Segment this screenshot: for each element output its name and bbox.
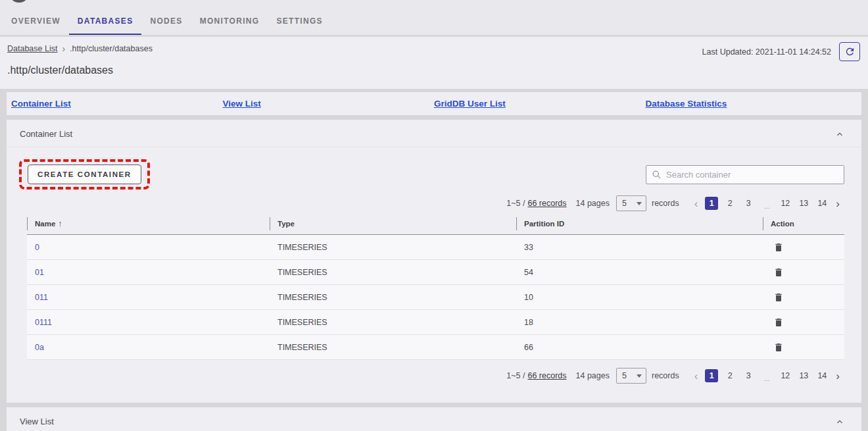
tab-nodes[interactable]: NODES (141, 10, 191, 35)
search-container-input[interactable] (666, 170, 838, 180)
view-list-panel: View List (7, 407, 861, 431)
partition-id-cell: 33 (516, 243, 763, 252)
chevron-up-icon (835, 417, 844, 426)
container-name-link[interactable]: 01 (35, 268, 44, 277)
pagination-bottom: 1~5 / 66 records 14 pages 5 records ‹ 1 … (27, 368, 844, 384)
container-name-link[interactable]: 0111 (35, 318, 52, 327)
container-type-cell: TIMESERIES (270, 243, 516, 252)
prev-page-icon[interactable]: ‹ (690, 370, 703, 382)
delete-container-button[interactable] (772, 265, 785, 280)
container-table: Name ↑ Type Partition ID Action 0 TIMESE… (27, 217, 844, 360)
delete-container-button[interactable] (772, 290, 785, 305)
page-number-13[interactable]: 13 (797, 197, 810, 210)
page-size-value: 5 (622, 199, 627, 208)
records-suffix-label: records (652, 199, 679, 208)
container-search-box (646, 165, 844, 184)
page-navigation: ‹ 1 2 3 ... 12 13 14 › (690, 369, 844, 382)
tab-databases[interactable]: DATABASES (69, 10, 142, 35)
page-title: .http/cluster/databases (7, 64, 861, 76)
breadcrumb-current: .http/cluster/databases (70, 44, 153, 53)
container-type-cell: TIMESERIES (270, 343, 516, 352)
container-list-panel-header: Container List (7, 120, 861, 147)
page-navigation: ‹ 1 2 3 ... 12 13 14 › (690, 197, 844, 210)
top-bar: OVERVIEW DATABASES NODES MONITORING SETT… (0, 0, 868, 37)
trash-icon (773, 266, 784, 278)
column-header-name[interactable]: Name ↑ (27, 217, 270, 230)
page-size-select[interactable]: 5 (616, 368, 646, 384)
pagination-top: 1~5 / 66 records 14 pages 5 records ‹ 1 … (27, 195, 844, 211)
delete-container-button[interactable] (772, 240, 785, 255)
page-ellipsis: ... (760, 197, 773, 210)
tab-overview[interactable]: OVERVIEW (3, 10, 69, 35)
chevron-up-icon (835, 130, 844, 139)
records-count-link[interactable]: 66 records (527, 371, 566, 380)
container-name-link[interactable]: 011 (35, 293, 48, 302)
link-container-list[interactable]: Container List (11, 99, 223, 109)
container-list-collapse-button[interactable] (831, 130, 848, 139)
sort-ascending-icon: ↑ (58, 219, 62, 228)
container-list-panel: Container List CREATE CONTAINER 1~5 / 66… (7, 120, 861, 403)
trash-icon (773, 241, 784, 253)
container-list-panel-title: Container List (20, 129, 72, 139)
page-number-3[interactable]: 3 (742, 197, 755, 210)
annotation-highlight-box: CREATE CONTAINER (19, 159, 150, 190)
record-range-text: 1~5 / (506, 199, 525, 208)
caret-down-icon (637, 202, 642, 205)
table-row: 01 TIMESERIES 54 (27, 260, 844, 285)
container-type-cell: TIMESERIES (270, 268, 516, 277)
prev-page-icon[interactable]: ‹ (690, 198, 703, 209)
tab-monitoring[interactable]: MONITORING (191, 10, 268, 35)
refresh-icon (844, 46, 856, 57)
page-number-12[interactable]: 12 (779, 197, 792, 210)
last-updated-text: Last Updated: 2021-11-01 14:24:52 (702, 47, 831, 57)
link-view-list[interactable]: View List (223, 99, 435, 109)
page-size-value: 5 (622, 371, 627, 380)
page-number-3[interactable]: 3 (742, 369, 755, 382)
main-nav: OVERVIEW DATABASES NODES MONITORING SETT… (0, 0, 868, 35)
link-database-statistics[interactable]: Database Statistics (646, 99, 857, 109)
view-list-panel-header: View List (7, 407, 861, 431)
container-type-cell: TIMESERIES (270, 318, 516, 327)
page-number-13[interactable]: 13 (797, 369, 810, 382)
page-number-14[interactable]: 14 (815, 197, 829, 210)
records-count-link[interactable]: 66 records (527, 199, 566, 208)
page-number-2[interactable]: 2 (723, 369, 736, 382)
container-table-header: Name ↑ Type Partition ID Action (27, 217, 844, 235)
column-header-type[interactable]: Type (270, 217, 516, 230)
view-list-panel-title: View List (20, 417, 54, 426)
partition-id-cell: 10 (516, 293, 763, 302)
next-page-icon[interactable]: › (831, 370, 844, 382)
create-container-button[interactable]: CREATE CONTAINER (28, 165, 141, 184)
page-number-1[interactable]: 1 (705, 197, 718, 210)
table-row: 0a TIMESERIES 66 (27, 335, 844, 360)
page-number-14[interactable]: 14 (815, 369, 829, 382)
page-size-select[interactable]: 5 (616, 195, 646, 211)
page-number-2[interactable]: 2 (723, 197, 736, 210)
page-number-12[interactable]: 12 (779, 369, 792, 382)
delete-container-button[interactable] (772, 340, 785, 355)
partition-id-cell: 18 (516, 318, 763, 327)
breadcrumb-link-database-list[interactable]: Database List (7, 44, 57, 53)
link-griddb-user-list[interactable]: GridDB User List (434, 99, 646, 109)
table-row: 011 TIMESERIES 10 (27, 285, 844, 310)
next-page-icon[interactable]: › (831, 198, 844, 209)
record-range-text: 1~5 / (506, 371, 525, 380)
page-header: Database List › .http/cluster/databases … (0, 37, 868, 89)
records-suffix-label: records (652, 371, 679, 380)
page-ellipsis: ... (760, 369, 773, 382)
trash-icon (773, 317, 784, 328)
breadcrumb-separator: › (62, 44, 65, 53)
partition-id-cell: 66 (516, 343, 763, 352)
refresh-button[interactable] (839, 42, 860, 61)
view-list-collapse-button[interactable] (831, 417, 848, 426)
container-toolbar: CREATE CONTAINER (27, 159, 844, 190)
container-name-link[interactable]: 0a (35, 343, 44, 352)
column-name-label: Name (35, 220, 55, 228)
column-header-partition-id[interactable]: Partition ID (516, 217, 763, 230)
container-name-link[interactable]: 0 (35, 243, 39, 252)
delete-container-button[interactable] (772, 315, 785, 330)
tab-settings[interactable]: SETTINGS (268, 10, 331, 35)
table-row: 0111 TIMESERIES 18 (27, 310, 844, 335)
section-links-bar: Container List View List GridDB User Lis… (7, 92, 861, 115)
page-number-1[interactable]: 1 (705, 369, 718, 382)
